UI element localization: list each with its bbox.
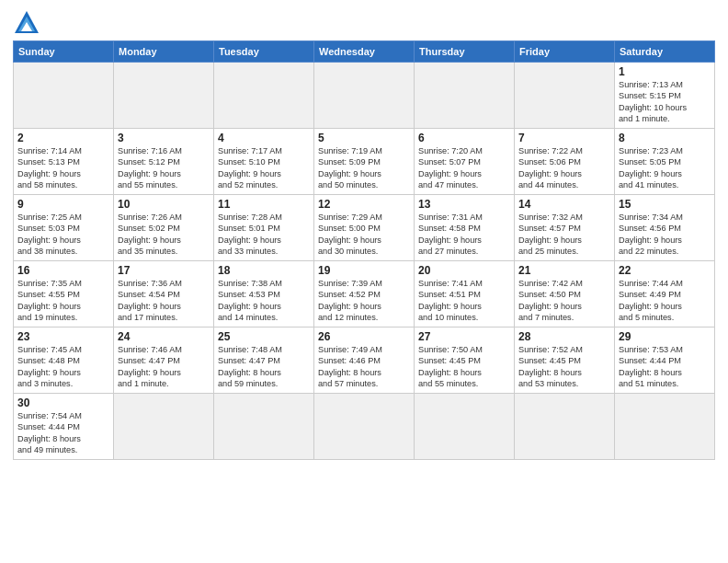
calendar-cell: 1Sunrise: 7:13 AM Sunset: 5:15 PM Daylig… [615, 63, 715, 129]
day-info: Sunrise: 7:35 AM Sunset: 4:55 PM Dayligh… [17, 278, 109, 324]
day-info: Sunrise: 7:53 AM Sunset: 4:44 PM Dayligh… [619, 344, 711, 390]
day-number: 11 [218, 198, 310, 211]
day-info: Sunrise: 7:17 AM Sunset: 5:10 PM Dayligh… [218, 145, 310, 191]
day-info: Sunrise: 7:46 AM Sunset: 4:47 PM Dayligh… [118, 344, 210, 390]
calendar-cell [515, 394, 615, 460]
calendar-cell: 7Sunrise: 7:22 AM Sunset: 5:06 PM Daylig… [515, 129, 615, 195]
day-info: Sunrise: 7:49 AM Sunset: 4:46 PM Dayligh… [318, 344, 410, 390]
calendar-cell: 22Sunrise: 7:44 AM Sunset: 4:49 PM Dayli… [615, 261, 715, 327]
calendar-week-row: 23Sunrise: 7:45 AM Sunset: 4:48 PM Dayli… [14, 327, 715, 394]
weekday-header-row: SundayMondayTuesdayWednesdayThursdayFrid… [14, 41, 715, 63]
day-info: Sunrise: 7:16 AM Sunset: 5:12 PM Dayligh… [118, 145, 210, 191]
day-number: 6 [418, 132, 510, 144]
calendar-cell [415, 63, 515, 129]
calendar-cell: 23Sunrise: 7:45 AM Sunset: 4:48 PM Dayli… [14, 327, 114, 394]
calendar-cell [415, 394, 515, 460]
day-info: Sunrise: 7:32 AM Sunset: 4:57 PM Dayligh… [518, 212, 610, 258]
day-number: 25 [218, 330, 310, 343]
day-info: Sunrise: 7:29 AM Sunset: 5:00 PM Dayligh… [318, 212, 410, 258]
calendar-cell [314, 394, 415, 460]
day-info: Sunrise: 7:44 AM Sunset: 4:49 PM Dayligh… [619, 278, 711, 324]
day-info: Sunrise: 7:36 AM Sunset: 4:54 PM Dayligh… [118, 278, 210, 324]
day-number: 10 [118, 198, 210, 211]
day-number: 16 [17, 264, 109, 277]
day-info: Sunrise: 7:50 AM Sunset: 4:45 PM Dayligh… [418, 344, 510, 390]
logo-icon [13, 9, 40, 35]
calendar-cell: 4Sunrise: 7:17 AM Sunset: 5:10 PM Daylig… [214, 129, 314, 195]
calendar-cell: 20Sunrise: 7:41 AM Sunset: 4:51 PM Dayli… [415, 261, 515, 327]
calendar-cell: 14Sunrise: 7:32 AM Sunset: 4:57 PM Dayli… [515, 195, 615, 261]
calendar-cell: 13Sunrise: 7:31 AM Sunset: 4:58 PM Dayli… [415, 195, 515, 261]
weekday-header: Wednesday [314, 41, 415, 63]
day-info: Sunrise: 7:38 AM Sunset: 4:53 PM Dayligh… [218, 278, 310, 324]
calendar-cell [615, 394, 715, 460]
day-info: Sunrise: 7:28 AM Sunset: 5:01 PM Dayligh… [218, 212, 310, 258]
calendar-cell: 10Sunrise: 7:26 AM Sunset: 5:02 PM Dayli… [114, 195, 214, 261]
day-number: 12 [318, 198, 410, 211]
day-info: Sunrise: 7:54 AM Sunset: 4:44 PM Dayligh… [17, 410, 109, 456]
calendar-week-row: 16Sunrise: 7:35 AM Sunset: 4:55 PM Dayli… [14, 261, 715, 327]
day-info: Sunrise: 7:48 AM Sunset: 4:47 PM Dayligh… [218, 344, 310, 390]
calendar-cell: 19Sunrise: 7:39 AM Sunset: 4:52 PM Dayli… [314, 261, 415, 327]
calendar-cell: 18Sunrise: 7:38 AM Sunset: 4:53 PM Dayli… [214, 261, 314, 327]
day-info: Sunrise: 7:23 AM Sunset: 5:05 PM Dayligh… [619, 145, 711, 191]
weekday-header: Sunday [14, 41, 114, 63]
day-number: 18 [218, 264, 310, 277]
day-number: 23 [17, 330, 109, 343]
weekday-header: Monday [114, 41, 214, 63]
calendar-cell [114, 63, 214, 129]
calendar-cell: 6Sunrise: 7:20 AM Sunset: 5:07 PM Daylig… [415, 129, 515, 195]
day-info: Sunrise: 7:20 AM Sunset: 5:07 PM Dayligh… [418, 145, 510, 191]
day-number: 3 [118, 132, 210, 144]
calendar-table: SundayMondayTuesdayWednesdayThursdayFrid… [13, 40, 715, 460]
weekday-header: Thursday [415, 41, 515, 63]
calendar-cell [214, 394, 314, 460]
calendar-cell: 15Sunrise: 7:34 AM Sunset: 4:56 PM Dayli… [615, 195, 715, 261]
calendar-cell: 3Sunrise: 7:16 AM Sunset: 5:12 PM Daylig… [114, 129, 214, 195]
day-number: 4 [218, 132, 310, 144]
day-number: 14 [518, 198, 610, 211]
calendar-cell: 25Sunrise: 7:48 AM Sunset: 4:47 PM Dayli… [214, 327, 314, 394]
calendar-week-row: 30Sunrise: 7:54 AM Sunset: 4:44 PM Dayli… [14, 394, 715, 460]
page: SundayMondayTuesdayWednesdayThursdayFrid… [0, 0, 728, 563]
calendar-cell [214, 63, 314, 129]
day-info: Sunrise: 7:14 AM Sunset: 5:13 PM Dayligh… [17, 145, 109, 191]
weekday-header: Saturday [615, 41, 715, 63]
day-number: 29 [619, 330, 711, 343]
calendar-cell: 2Sunrise: 7:14 AM Sunset: 5:13 PM Daylig… [14, 129, 114, 195]
day-info: Sunrise: 7:25 AM Sunset: 5:03 PM Dayligh… [17, 212, 109, 258]
day-number: 30 [17, 396, 109, 409]
header [13, 9, 715, 35]
calendar-cell: 30Sunrise: 7:54 AM Sunset: 4:44 PM Dayli… [14, 394, 114, 460]
day-info: Sunrise: 7:45 AM Sunset: 4:48 PM Dayligh… [17, 344, 109, 390]
day-number: 7 [518, 132, 610, 144]
day-number: 27 [418, 330, 510, 343]
calendar-cell: 27Sunrise: 7:50 AM Sunset: 4:45 PM Dayli… [415, 327, 515, 394]
day-info: Sunrise: 7:19 AM Sunset: 5:09 PM Dayligh… [318, 145, 410, 191]
calendar-cell: 21Sunrise: 7:42 AM Sunset: 4:50 PM Dayli… [515, 261, 615, 327]
calendar-cell: 29Sunrise: 7:53 AM Sunset: 4:44 PM Dayli… [615, 327, 715, 394]
calendar-cell [14, 63, 114, 129]
calendar-cell: 16Sunrise: 7:35 AM Sunset: 4:55 PM Dayli… [14, 261, 114, 327]
day-number: 21 [518, 264, 610, 277]
day-info: Sunrise: 7:41 AM Sunset: 4:51 PM Dayligh… [418, 278, 510, 324]
weekday-header: Friday [515, 41, 615, 63]
day-number: 15 [619, 198, 711, 211]
day-info: Sunrise: 7:22 AM Sunset: 5:06 PM Dayligh… [518, 145, 610, 191]
day-info: Sunrise: 7:34 AM Sunset: 4:56 PM Dayligh… [619, 212, 711, 258]
calendar-cell: 26Sunrise: 7:49 AM Sunset: 4:46 PM Dayli… [314, 327, 415, 394]
logo [13, 9, 44, 35]
day-number: 8 [619, 132, 711, 144]
day-number: 24 [118, 330, 210, 343]
day-info: Sunrise: 7:52 AM Sunset: 4:45 PM Dayligh… [518, 344, 610, 390]
day-number: 22 [619, 264, 711, 277]
day-number: 17 [118, 264, 210, 277]
calendar-cell [114, 394, 214, 460]
weekday-header: Tuesday [214, 41, 314, 63]
day-number: 19 [318, 264, 410, 277]
day-number: 9 [17, 198, 109, 211]
day-info: Sunrise: 7:42 AM Sunset: 4:50 PM Dayligh… [518, 278, 610, 324]
calendar-cell: 17Sunrise: 7:36 AM Sunset: 4:54 PM Dayli… [114, 261, 214, 327]
day-number: 5 [318, 132, 410, 144]
calendar-week-row: 2Sunrise: 7:14 AM Sunset: 5:13 PM Daylig… [14, 129, 715, 195]
